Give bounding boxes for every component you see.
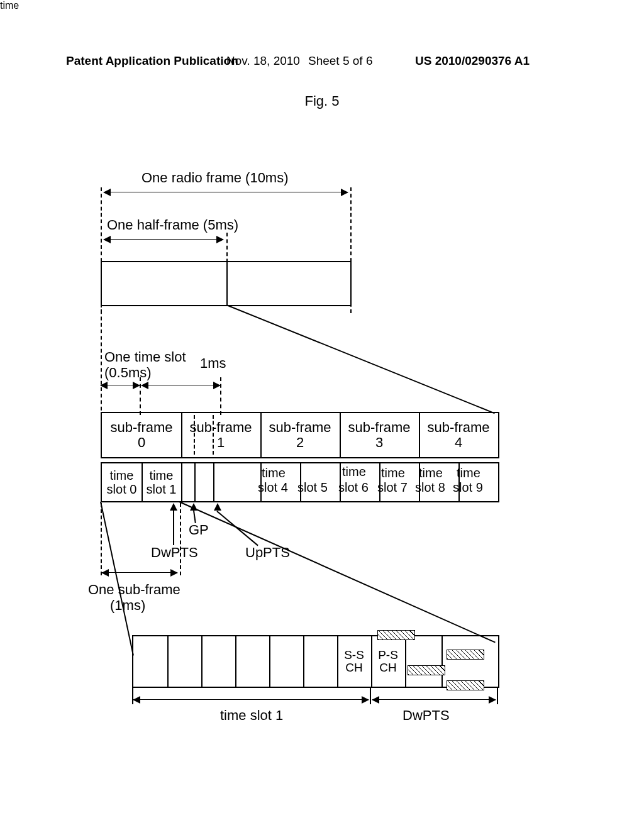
header-date: Nov. 18, 2010 (226, 54, 300, 68)
hatch-icon (447, 650, 484, 660)
subframe-cell-0: sub-frame 0 (102, 413, 182, 457)
zoom-line (179, 501, 496, 643)
sym-div (235, 636, 236, 687)
cell-divider (213, 463, 214, 501)
radio-frame-label: One radio frame (10ms) (142, 170, 289, 186)
dwpts-arrowhead (170, 503, 177, 511)
psch-a: P-S (371, 649, 405, 661)
subframe-text: sub-frame (340, 420, 419, 435)
ts9b: slot 9 (453, 480, 483, 495)
one-ms-label: 1ms (200, 355, 226, 372)
sym-div (167, 636, 169, 687)
hatch-icon (447, 680, 484, 690)
zoom-line (226, 304, 495, 414)
hatch-icon (377, 630, 415, 640)
ssch-cell: S-S CH (337, 636, 371, 687)
ts8b: slot 8 (415, 480, 445, 495)
subframe-num: 1 (181, 435, 260, 450)
dwpts-bottom-label: DwPTS (402, 707, 450, 724)
radio-frame-box (101, 261, 352, 306)
sym-div (303, 636, 304, 687)
half-frame-label: One half-frame (5ms) (107, 217, 238, 233)
subframe-cell-3: sub-frame 3 (340, 413, 420, 457)
dwpts-label: DwPTS (151, 545, 198, 561)
ts0a: time (102, 468, 142, 482)
ts1a: time (142, 468, 181, 482)
subframe-num: 2 (260, 435, 340, 450)
timeslot1-label: time slot 1 (220, 707, 283, 724)
ssch-b: CH (337, 661, 371, 674)
hatch-icon (408, 665, 445, 675)
dashed-guide (220, 377, 221, 415)
dashed-guide (101, 503, 102, 575)
ts8a: time (419, 466, 443, 480)
ts6a: time (342, 465, 366, 479)
ts7b: slot 7 (377, 480, 408, 495)
subframe-num: 4 (419, 435, 498, 450)
subframe-cell-1: sub-frame 1 (181, 413, 262, 457)
figure-label: Fig. 5 (0, 93, 644, 109)
sym-div (441, 636, 443, 687)
subframe-duration-arrow (102, 572, 177, 573)
header-left: Patent Application Publication (66, 54, 238, 68)
timeslot-cell-1: time slot 1 (142, 463, 182, 501)
one-subframe-b: (1ms) (110, 597, 145, 614)
subframe-text: sub-frame (419, 420, 498, 435)
timeslot-label-a: One time slot (104, 349, 186, 365)
sym-div (405, 636, 406, 687)
dashed-guide (140, 377, 141, 415)
radio-frame-arrow (104, 192, 348, 192)
ssch-a: S-S (337, 649, 371, 661)
one-ms-arrow (142, 385, 220, 385)
dwpts-bottom-arrow (372, 699, 496, 700)
subframe-text: sub-frame (181, 420, 260, 435)
subframe-num: 3 (340, 435, 419, 450)
ts9a: time (457, 466, 480, 480)
sym-div (201, 636, 203, 687)
one-subframe-a: One sub-frame (88, 582, 180, 598)
psch-cell: P-S CH (371, 636, 405, 687)
half-frame-arrow (104, 239, 223, 240)
guide (497, 687, 498, 704)
subframe-text: sub-frame (102, 420, 181, 435)
guide (370, 687, 371, 704)
timeslot-arrow (101, 385, 140, 385)
dashed-guide (101, 304, 102, 417)
ts0b: slot 0 (102, 482, 142, 496)
psch-b: CH (371, 661, 405, 674)
subframe-text: sub-frame (260, 420, 340, 435)
timeslot-cell-0: time slot 0 (102, 463, 143, 501)
subframe-num: 0 (102, 435, 181, 450)
ts5b: slot 5 (297, 480, 328, 495)
zoom-line (100, 502, 134, 656)
gp-label: GP (189, 522, 209, 538)
dwpts-arrowline (173, 511, 174, 545)
timeslot-label-b: (0.5ms) (104, 365, 152, 381)
subframe-row: sub-frame 0 sub-frame 1 sub-frame 2 sub-… (101, 412, 499, 458)
header-sheet: Sheet 5 of 6 (308, 54, 372, 68)
bottom-row: S-S CH P-S CH (132, 635, 499, 688)
guide (132, 687, 133, 704)
ts1b: slot 1 (142, 482, 181, 496)
ts7a: time (381, 466, 405, 480)
subframe-cell-2: sub-frame 2 (260, 413, 341, 457)
ts4a: time (262, 466, 286, 480)
ts4b: slot 4 (258, 480, 288, 495)
ts6b: slot 6 (338, 480, 369, 495)
subframe-cell-4: sub-frame 4 (419, 413, 498, 457)
cell-divider (194, 463, 196, 501)
sym-div (269, 636, 270, 687)
half-frame-divider (226, 262, 228, 305)
uppts-arrowhead (214, 503, 221, 511)
ts5a: time (0, 0, 644, 11)
timeslot1-arrow (133, 699, 369, 700)
gp-arrowline (193, 511, 196, 523)
dashed-guide (180, 503, 181, 575)
header-pubnum: US 2010/0290376 A1 (415, 54, 530, 68)
